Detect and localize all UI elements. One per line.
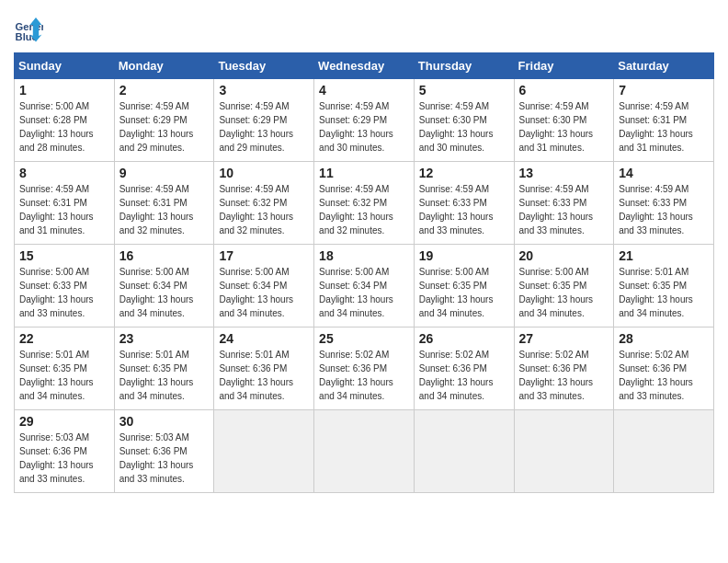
day-info: Sunrise: 4:59 AM Sunset: 6:33 PM Dayligh… (519, 182, 609, 237)
day-number: 1 (19, 83, 109, 98)
logo-icon: General Blue (14, 14, 43, 43)
day-number: 9 (119, 166, 210, 180)
day-number: 14 (619, 166, 709, 180)
day-number: 6 (519, 83, 609, 98)
day-info: Sunrise: 4:59 AM Sunset: 6:29 PM Dayligh… (319, 99, 409, 155)
day-info: Sunrise: 5:00 AM Sunset: 6:35 PM Dayligh… (519, 265, 609, 320)
calendar-cell: 4 Sunrise: 4:59 AM Sunset: 6:29 PM Dayli… (314, 79, 415, 162)
col-header-monday: Monday (114, 53, 214, 79)
calendar-cell: 8 Sunrise: 4:59 AM Sunset: 6:31 PM Dayli… (15, 162, 115, 245)
calendar-cell: 19 Sunrise: 5:00 AM Sunset: 6:35 PM Dayl… (414, 245, 514, 327)
calendar-cell: 23 Sunrise: 5:01 AM Sunset: 6:35 PM Dayl… (114, 327, 214, 410)
calendar-cell (314, 410, 415, 493)
day-number: 15 (19, 248, 109, 263)
day-number: 13 (519, 166, 609, 180)
day-info: Sunrise: 5:02 AM Sunset: 6:36 PM Dayligh… (619, 348, 709, 403)
day-info: Sunrise: 4:59 AM Sunset: 6:29 PM Dayligh… (119, 99, 210, 155)
calendar-cell: 14 Sunrise: 4:59 AM Sunset: 6:33 PM Dayl… (614, 162, 714, 245)
calendar-cell: 29 Sunrise: 5:03 AM Sunset: 6:36 PM Dayl… (15, 410, 115, 493)
day-number: 8 (19, 166, 109, 180)
calendar-cell: 27 Sunrise: 5:02 AM Sunset: 6:36 PM Dayl… (514, 327, 614, 410)
calendar-cell: 24 Sunrise: 5:01 AM Sunset: 6:36 PM Dayl… (214, 327, 314, 410)
calendar-cell: 22 Sunrise: 5:01 AM Sunset: 6:35 PM Dayl… (15, 327, 115, 410)
day-number: 26 (419, 331, 509, 346)
day-info: Sunrise: 5:01 AM Sunset: 6:35 PM Dayligh… (19, 348, 109, 403)
calendar-week-3: 15 Sunrise: 5:00 AM Sunset: 6:33 PM Dayl… (15, 245, 714, 327)
day-number: 22 (19, 331, 109, 346)
calendar-cell (214, 410, 314, 493)
calendar-cell: 20 Sunrise: 5:00 AM Sunset: 6:35 PM Dayl… (514, 245, 614, 327)
day-number: 11 (319, 166, 409, 180)
calendar-cell: 11 Sunrise: 4:59 AM Sunset: 6:32 PM Dayl… (314, 162, 415, 245)
day-info: Sunrise: 5:00 AM Sunset: 6:34 PM Dayligh… (319, 265, 409, 320)
day-info: Sunrise: 4:59 AM Sunset: 6:30 PM Dayligh… (519, 99, 609, 155)
calendar-week-5: 29 Sunrise: 5:03 AM Sunset: 6:36 PM Dayl… (15, 410, 714, 493)
calendar-cell: 25 Sunrise: 5:02 AM Sunset: 6:36 PM Dayl… (314, 327, 415, 410)
calendar-cell: 26 Sunrise: 5:02 AM Sunset: 6:36 PM Dayl… (414, 327, 514, 410)
calendar-cell (514, 410, 614, 493)
day-number: 17 (219, 248, 309, 263)
day-number: 27 (519, 331, 609, 346)
day-info: Sunrise: 5:02 AM Sunset: 6:36 PM Dayligh… (319, 348, 409, 403)
day-number: 7 (619, 83, 709, 98)
calendar-cell: 10 Sunrise: 4:59 AM Sunset: 6:32 PM Dayl… (214, 162, 314, 245)
day-number: 20 (519, 248, 609, 263)
day-info: Sunrise: 4:59 AM Sunset: 6:31 PM Dayligh… (19, 182, 109, 237)
day-number: 2 (119, 83, 210, 98)
calendar-cell: 1 Sunrise: 5:00 AM Sunset: 6:28 PM Dayli… (15, 79, 115, 162)
col-header-thursday: Thursday (414, 53, 514, 79)
day-number: 3 (219, 83, 309, 98)
calendar-cell (414, 410, 514, 493)
col-header-saturday: Saturday (614, 53, 714, 79)
day-number: 5 (419, 83, 509, 98)
calendar-cell: 3 Sunrise: 4:59 AM Sunset: 6:29 PM Dayli… (214, 79, 314, 162)
day-number: 19 (419, 248, 509, 263)
calendar-week-2: 8 Sunrise: 4:59 AM Sunset: 6:31 PM Dayli… (15, 162, 714, 245)
calendar-cell: 30 Sunrise: 5:03 AM Sunset: 6:36 PM Dayl… (114, 410, 214, 493)
calendar-week-4: 22 Sunrise: 5:01 AM Sunset: 6:35 PM Dayl… (15, 327, 714, 410)
day-info: Sunrise: 4:59 AM Sunset: 6:33 PM Dayligh… (619, 182, 709, 237)
day-number: 4 (319, 83, 409, 98)
calendar-cell (614, 410, 714, 493)
calendar-cell: 28 Sunrise: 5:02 AM Sunset: 6:36 PM Dayl… (614, 327, 714, 410)
day-number: 24 (219, 331, 309, 346)
day-number: 23 (119, 331, 210, 346)
page-header: General Blue (14, 14, 714, 43)
day-number: 21 (619, 248, 709, 263)
col-header-tuesday: Tuesday (214, 53, 314, 79)
day-info: Sunrise: 5:00 AM Sunset: 6:28 PM Dayligh… (19, 99, 109, 155)
calendar-cell: 12 Sunrise: 4:59 AM Sunset: 6:33 PM Dayl… (414, 162, 514, 245)
calendar-table: SundayMondayTuesdayWednesdayThursdayFrid… (14, 52, 714, 493)
calendar-week-1: 1 Sunrise: 5:00 AM Sunset: 6:28 PM Dayli… (15, 79, 714, 162)
day-info: Sunrise: 4:59 AM Sunset: 6:30 PM Dayligh… (419, 99, 509, 155)
calendar-cell: 17 Sunrise: 5:00 AM Sunset: 6:34 PM Dayl… (214, 245, 314, 327)
calendar-cell: 5 Sunrise: 4:59 AM Sunset: 6:30 PM Dayli… (414, 79, 514, 162)
day-number: 30 (119, 414, 210, 429)
day-info: Sunrise: 5:01 AM Sunset: 6:35 PM Dayligh… (119, 348, 210, 403)
day-info: Sunrise: 5:01 AM Sunset: 6:36 PM Dayligh… (219, 348, 309, 403)
calendar-cell: 21 Sunrise: 5:01 AM Sunset: 6:35 PM Dayl… (614, 245, 714, 327)
day-info: Sunrise: 5:03 AM Sunset: 6:36 PM Dayligh… (119, 431, 210, 486)
day-info: Sunrise: 5:00 AM Sunset: 6:34 PM Dayligh… (119, 265, 210, 320)
calendar-cell: 16 Sunrise: 5:00 AM Sunset: 6:34 PM Dayl… (114, 245, 214, 327)
day-info: Sunrise: 5:00 AM Sunset: 6:34 PM Dayligh… (219, 265, 309, 320)
day-number: 10 (219, 166, 309, 180)
day-info: Sunrise: 5:01 AM Sunset: 6:35 PM Dayligh… (619, 265, 709, 320)
day-number: 29 (19, 414, 109, 429)
calendar-cell: 7 Sunrise: 4:59 AM Sunset: 6:31 PM Dayli… (614, 79, 714, 162)
day-info: Sunrise: 4:59 AM Sunset: 6:31 PM Dayligh… (119, 182, 210, 237)
header-row: SundayMondayTuesdayWednesdayThursdayFrid… (15, 53, 714, 79)
day-info: Sunrise: 4:59 AM Sunset: 6:29 PM Dayligh… (219, 99, 309, 155)
day-info: Sunrise: 4:59 AM Sunset: 6:33 PM Dayligh… (419, 182, 509, 237)
calendar-cell: 15 Sunrise: 5:00 AM Sunset: 6:33 PM Dayl… (15, 245, 115, 327)
calendar-cell: 2 Sunrise: 4:59 AM Sunset: 6:29 PM Dayli… (114, 79, 214, 162)
day-info: Sunrise: 4:59 AM Sunset: 6:31 PM Dayligh… (619, 99, 709, 155)
logo: General Blue (14, 14, 43, 43)
day-info: Sunrise: 5:00 AM Sunset: 6:33 PM Dayligh… (19, 265, 109, 320)
day-number: 12 (419, 166, 509, 180)
day-info: Sunrise: 5:03 AM Sunset: 6:36 PM Dayligh… (19, 431, 109, 486)
day-number: 18 (319, 248, 409, 263)
col-header-friday: Friday (514, 53, 614, 79)
day-number: 28 (619, 331, 709, 346)
calendar-cell: 18 Sunrise: 5:00 AM Sunset: 6:34 PM Dayl… (314, 245, 415, 327)
